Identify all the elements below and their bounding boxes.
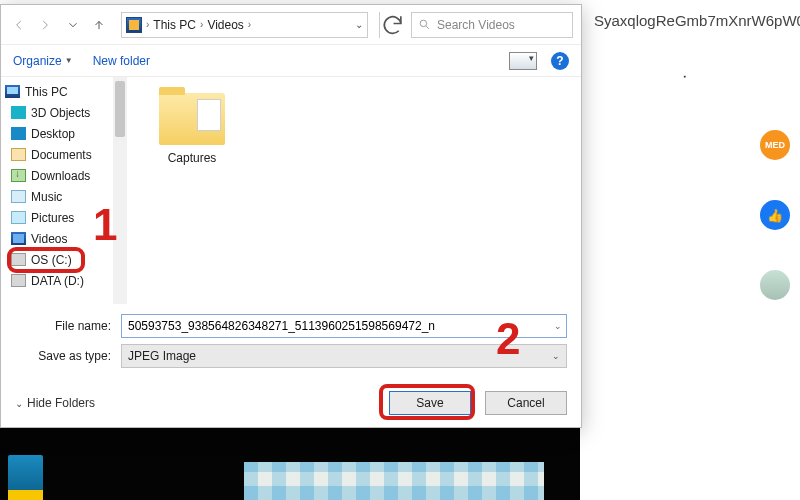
svg-line-1 [604,84,609,89]
file-name-label: File name: [11,319,121,333]
chevron-right-icon: › [200,19,203,30]
folder-label: Captures [157,151,227,165]
thumbnail-strip-item [8,455,43,500]
zoom-out-icon[interactable] [634,70,656,92]
chevron-down-icon: ⌄ [15,398,23,409]
documents-icon [11,148,26,161]
organize-menu[interactable]: Organize▼ [13,54,73,68]
breadcrumb-root[interactable]: This PC [153,18,196,32]
image-preview-strip [244,462,544,500]
downloads-icon [11,169,26,182]
drive-icon [11,253,26,266]
tree-scrollbar[interactable] [113,77,127,304]
music-icon [11,190,26,203]
view-options-button[interactable] [509,52,537,70]
tree-3d-objects[interactable]: 3D Objects [5,102,126,123]
svg-point-7 [684,76,687,79]
tree-documents[interactable]: Documents [5,144,126,165]
chevron-right-icon: › [248,19,251,30]
chevron-down-icon: ▼ [65,56,73,65]
tree-desktop[interactable]: Desktop [5,123,126,144]
tag-icon[interactable] [678,70,700,92]
chevron-down-icon: ⌄ [552,351,560,361]
nav-back-button[interactable] [9,15,29,35]
cancel-button[interactable]: Cancel [485,391,567,415]
save-as-dialog: › This PC › Videos › ⌄ Search Videos Org… [0,4,582,428]
tree-downloads[interactable]: Downloads [5,165,126,186]
nav-forward-button [35,15,55,35]
drive-icon [11,274,26,287]
search-placeholder: Search Videos [437,18,515,32]
file-name-field[interactable] [128,319,560,333]
svg-line-9 [426,26,429,29]
desktop-icon [11,127,26,140]
pictures-icon [11,211,26,224]
tree-data-d[interactable]: DATA (D:) [5,270,126,291]
svg-line-5 [648,84,653,89]
tree-os-c[interactable]: OS (C:) [5,249,126,270]
fullscreen-icon[interactable] [722,70,744,92]
svg-point-8 [420,20,427,27]
folder-tree: This PC 3D Objects Desktop Documents Dow… [1,77,127,304]
search-input[interactable]: Search Videos [411,12,573,38]
avatar[interactable] [760,270,790,300]
badge-med[interactable]: MED [760,130,790,160]
search-icon [418,18,431,31]
chevron-down-icon[interactable]: ⌄ [355,19,363,30]
tree-music[interactable]: Music [5,186,126,207]
folder-icon [159,93,225,145]
like-reaction-icon[interactable]: 👍 [760,200,790,230]
recent-locations-icon[interactable] [63,15,83,35]
breadcrumb[interactable]: › This PC › Videos › ⌄ [121,12,368,38]
help-icon[interactable]: ? [551,52,569,70]
folder-item[interactable]: Captures [157,93,227,165]
videos-icon [11,232,26,245]
3d-objects-icon [11,106,26,119]
hide-folders-toggle[interactable]: ⌄ Hide Folders [15,396,95,410]
tree-videos[interactable]: Videos [5,228,126,249]
address-fragment: SyaxqlogReGmb7mXnrW6pW0QVCX [594,12,800,34]
refresh-button[interactable] [379,12,405,38]
save-button[interactable]: Save [389,391,471,415]
tree-pictures[interactable]: Pictures [5,207,126,228]
new-folder-button[interactable]: New folder [93,54,150,68]
chevron-down-icon[interactable]: ⌄ [554,321,562,331]
save-type-select[interactable]: JPEG Image ⌄ [121,344,567,368]
file-name-input[interactable]: ⌄ [121,314,567,338]
pc-icon [5,85,20,98]
file-pane[interactable]: Captures [127,77,581,304]
tree-this-pc[interactable]: This PC [5,81,126,102]
save-type-label: Save as type: [11,349,121,363]
chevron-right-icon: › [146,19,149,30]
nav-up-button[interactable] [89,15,109,35]
breadcrumb-current[interactable]: Videos [207,18,243,32]
zoom-in-icon[interactable] [590,70,612,92]
pc-icon [126,17,142,33]
